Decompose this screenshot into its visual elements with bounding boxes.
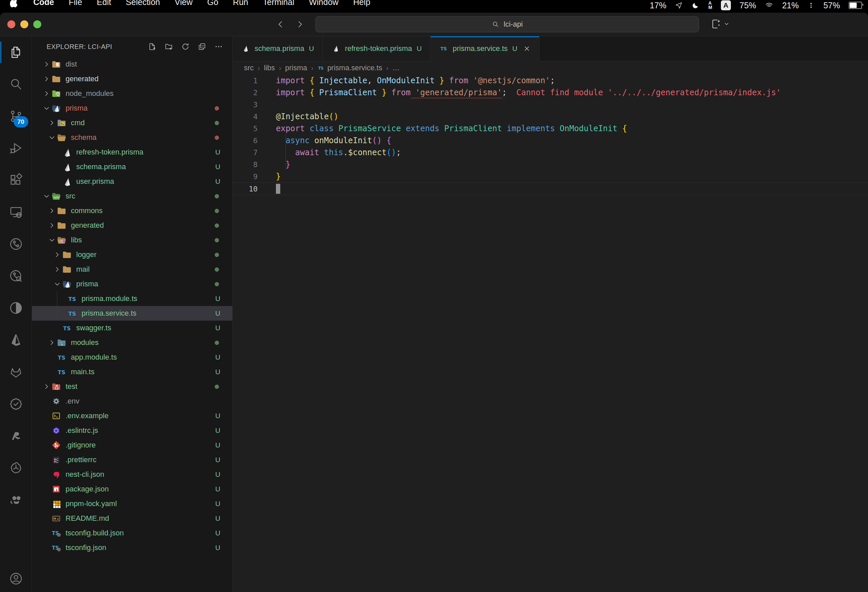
code-editor[interactable]: 1import { Injectable, OnModuleInit } fro…: [233, 75, 868, 592]
tree-item-logger[interactable]: logger: [32, 247, 232, 262]
tab-prisma.service.ts[interactable]: TSprisma.service.tsU: [431, 36, 539, 61]
close-icon[interactable]: [523, 45, 530, 52]
forward-button[interactable]: [295, 19, 305, 29]
tree-item-schema.prisma[interactable]: schema.prismaU: [32, 160, 232, 174]
chevron-down-icon[interactable]: [47, 133, 56, 142]
tree-item-src[interactable]: </>src: [32, 189, 232, 203]
breadcrumb-item-…[interactable]: …: [393, 64, 400, 72]
activity-prisma-icon[interactable]: [0, 324, 32, 356]
activity-contrast-icon[interactable]: [0, 292, 32, 324]
status-text[interactable]: 21%: [782, 1, 799, 10]
tree-item-prisma.service.ts[interactable]: TSprisma.service.tsU: [32, 306, 232, 321]
zoom-window-button[interactable]: [33, 20, 41, 28]
tree-item-.prettierrc[interactable]: .prettierrcU: [32, 453, 232, 467]
tree-item-prisma[interactable]: prisma: [32, 101, 232, 115]
activity-git-graph-icon[interactable]: [0, 228, 32, 260]
tree-item-.gitignore[interactable]: .gitignoreU: [32, 438, 232, 453]
chevron-right-icon[interactable]: [42, 74, 51, 84]
activity-gitlab-icon[interactable]: [0, 356, 32, 388]
chevron-right-icon[interactable]: [53, 265, 62, 274]
tree-item-prisma.module.ts[interactable]: TSprisma.module.tsU: [32, 292, 232, 306]
screen-mirroring-icon[interactable]: [765, 1, 774, 10]
command-center-search[interactable]: lci-api: [316, 16, 699, 32]
status-text[interactable]: 17%: [650, 1, 666, 10]
chevron-right-icon[interactable]: [47, 206, 56, 215]
activity-git-history-icon[interactable]: [0, 260, 32, 292]
tree-item-app.module.ts[interactable]: TSapp.module.tsU: [32, 350, 232, 365]
tree-item-.env.example[interactable]: .env.exampleU: [32, 408, 232, 423]
tree-item-test[interactable]: test: [32, 379, 232, 394]
breadcrumb-item-prisma[interactable]: prisma: [285, 64, 307, 72]
chevron-right-icon[interactable]: [47, 338, 56, 347]
tree-item-pnpm-lock.yaml[interactable]: pnpm-lock.yamlU: [32, 496, 232, 511]
breadcrumb-item-prisma.service.ts[interactable]: TSprisma.service.ts: [317, 64, 382, 72]
widgets-icon[interactable]: [807, 1, 815, 9]
tree-item-generated[interactable]: generated: [32, 72, 232, 86]
menu-item-window[interactable]: Window: [309, 0, 338, 9]
tree-item-commons[interactable]: commons: [32, 203, 232, 218]
menu-item-code[interactable]: Code: [33, 0, 54, 9]
tree-item-.env[interactable]: .env: [32, 394, 232, 408]
activity-remote-explorer-icon[interactable]: [0, 196, 32, 228]
tree-item-prisma[interactable]: prisma: [32, 277, 232, 292]
tree-item-.eslintrc.js[interactable]: .eslintrc.jsU: [32, 423, 232, 438]
tree-item-tsconfig.build.json[interactable]: TStsconfig.build.jsonU: [32, 526, 232, 540]
chevron-down-icon[interactable]: [42, 104, 51, 113]
breadcrumb-item-libs[interactable]: libs: [264, 64, 275, 72]
activity-account-icon[interactable]: [0, 565, 32, 592]
input-language-icon[interactable]: AM: [708, 1, 712, 10]
location-arrow-icon[interactable]: [675, 1, 683, 9]
activity-run-debug-icon[interactable]: [0, 132, 32, 164]
tree-item-main.ts[interactable]: TSmain.tsU: [32, 365, 232, 379]
keyboard-layout-icon[interactable]: A: [721, 0, 731, 10]
minimize-window-button[interactable]: [20, 20, 28, 28]
copilot-layout-control[interactable]: [710, 18, 729, 30]
activity-search-icon[interactable]: [0, 68, 32, 100]
tree-item-refresh-token.prisma[interactable]: refresh-token.prismaU: [32, 145, 232, 160]
status-text[interactable]: 75%: [740, 1, 756, 10]
tree-item-dist[interactable]: dist: [32, 57, 232, 72]
tree-item-nest-cli.json[interactable]: nest-cli.jsonU: [32, 467, 232, 482]
chevron-right-icon[interactable]: [42, 89, 51, 98]
chevron-right-icon[interactable]: [47, 118, 56, 127]
tree-item-libs[interactable]: libs: [32, 233, 232, 247]
moon-icon[interactable]: [692, 1, 700, 9]
new-file-icon[interactable]: [147, 41, 157, 52]
tab-schema.prisma[interactable]: schema.prismaU: [233, 36, 323, 61]
apple-icon[interactable]: [10, 0, 19, 7]
menu-item-go[interactable]: Go: [207, 0, 218, 9]
tree-item-mail[interactable]: mail: [32, 262, 232, 277]
tree-item-tsconfig.json[interactable]: TStsconfig.jsonU: [32, 540, 232, 555]
chevron-down-icon[interactable]: [42, 191, 51, 201]
breadcrumb-item-src[interactable]: src: [244, 64, 254, 72]
battery-icon[interactable]: [849, 1, 862, 9]
back-button[interactable]: [276, 19, 286, 29]
activity-extensions-icon[interactable]: [0, 164, 32, 196]
activity-ai-face-icon[interactable]: [0, 484, 32, 516]
status-text[interactable]: 57%: [824, 1, 840, 10]
tree-item-generated[interactable]: generated: [32, 218, 232, 233]
tree-item-node_modules[interactable]: JSnode_modules: [32, 86, 232, 101]
chevron-down-icon[interactable]: [47, 235, 56, 245]
tree-item-modules[interactable]: modules: [32, 335, 232, 350]
menu-item-help[interactable]: Help: [353, 0, 370, 9]
ellipsis-icon[interactable]: [214, 41, 224, 52]
chevron-right-icon[interactable]: [42, 382, 51, 391]
tree-item-user.prisma[interactable]: user.prismaU: [32, 174, 232, 189]
tree-item-cmd[interactable]: cmd: [32, 115, 232, 130]
tree-item-package.json[interactable]: package.jsonU: [32, 482, 232, 496]
collapse-all-icon[interactable]: [197, 41, 207, 52]
menu-item-terminal[interactable]: Terminal: [263, 0, 294, 9]
refresh-icon[interactable]: [180, 41, 190, 52]
chevron-right-icon[interactable]: [47, 221, 56, 230]
tree-item-schema[interactable]: schema: [32, 130, 232, 145]
activity-explorer-icon[interactable]: [0, 36, 32, 68]
chevron-right-icon[interactable]: [53, 250, 62, 259]
menu-item-selection[interactable]: Selection: [126, 0, 160, 9]
tab-refresh-token.prisma[interactable]: refresh-token.prismaU: [323, 36, 431, 61]
tree-item-README.md[interactable]: README.mdU: [32, 511, 232, 526]
chevron-down-icon[interactable]: [53, 279, 62, 289]
activity-verified-badge-icon[interactable]: [0, 388, 32, 420]
close-window-button[interactable]: [7, 20, 15, 28]
chevron-right-icon[interactable]: [42, 59, 51, 69]
